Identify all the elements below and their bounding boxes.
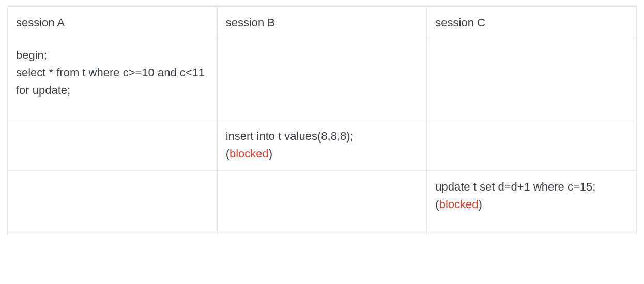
table-row: insert into t values(8,8,8);(blocked) — [8, 120, 637, 170]
cell-b0 — [217, 39, 427, 120]
cell-b2 — [217, 170, 427, 234]
col-header-session-a: session A — [8, 7, 218, 39]
cell-a2 — [8, 170, 218, 234]
cell-a1 — [8, 120, 218, 170]
col-header-session-c: session C — [427, 7, 637, 39]
cell-b1: insert into t values(8,8,8);(blocked) — [217, 120, 427, 170]
col-header-session-b: session B — [217, 7, 427, 39]
cell-c2: update t set d=d+1 where c=15;(blocked) — [427, 170, 637, 234]
table-header-row: session A session B session C — [8, 7, 637, 39]
cell-a0: begin;select * from t where c>=10 and c<… — [8, 39, 218, 120]
cell-c0 — [427, 39, 637, 120]
status-blocked: blocked — [439, 198, 479, 211]
cell-c1 — [427, 120, 637, 170]
session-table: session A session B session C begin;sele… — [7, 6, 637, 234]
status-blocked: blocked — [229, 147, 269, 160]
table-row: update t set d=d+1 where c=15;(blocked) — [8, 170, 637, 234]
table-row: begin;select * from t where c>=10 and c<… — [8, 39, 637, 120]
